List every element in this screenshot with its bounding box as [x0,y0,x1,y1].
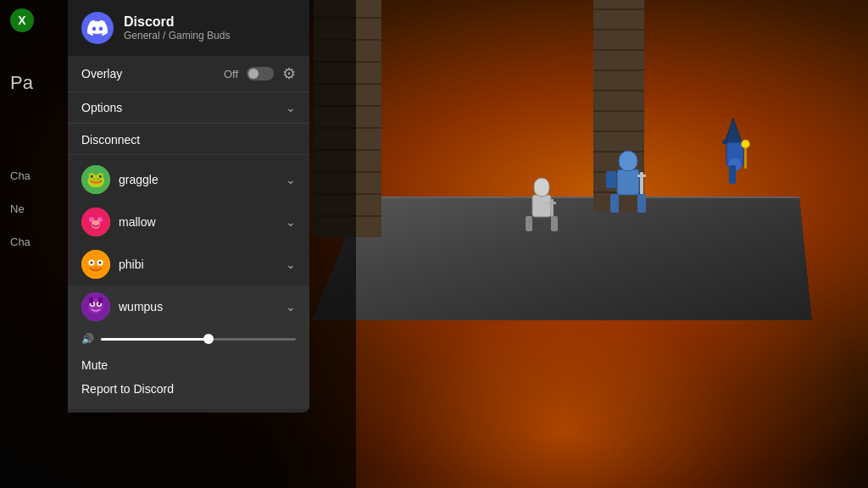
sidebar-item-cha1[interactable]: Cha [10,169,31,182]
sidebar-item-cha2[interactable]: Cha [10,236,31,248]
user-row-phibi[interactable]: phibi ⌄ [68,243,309,286]
overlay-row[interactable]: Overlay Off ⚙ [68,56,309,92]
overlay-controls: Off ⚙ [224,64,296,83]
user-list: 🐸 graggle ⌄ [68,155,309,413]
user-name-wumpus: wumpus [119,300,163,313]
user-name-graggle: graggle [119,173,159,186]
report-to-discord-button[interactable]: Report to Discord [81,377,296,401]
svg-rect-5 [551,216,558,231]
svg-rect-1 [534,178,549,197]
user-row-mallow[interactable]: mallow ⌄ [68,201,309,243]
disconnect-label: Disconnect [81,133,140,147]
avatar-wumpus-svg [81,292,110,321]
svg-rect-10 [606,171,616,188]
svg-rect-4 [526,216,532,231]
graggle-chevron-icon: ⌄ [286,173,296,186]
discord-header: Discord General / Gaming Buds [68,0,309,56]
user-row-left-graggle: 🐸 graggle [81,165,159,194]
avatar-wumpus [81,292,110,321]
discord-title: Discord [124,14,230,30]
user-row-wumpus[interactable]: wumpus ⌄ [68,286,309,328]
volume-slider[interactable] [101,338,296,341]
avatar-graggle-svg: 🐸 [81,165,110,194]
svg-rect-39 [98,297,103,303]
svg-text:🐸: 🐸 [86,170,106,189]
user-row-left-wumpus: wumpus [81,292,163,321]
avatar-mallow-svg [81,208,110,236]
svg-rect-38 [89,297,93,303]
volume-icon: 🔊 [81,333,94,345]
game-characters [475,85,831,322]
wumpus-chevron-icon: ⌄ [286,300,296,313]
discord-subtitle: General / Gaming Buds [124,30,230,42]
mallow-chevron-icon: ⌄ [286,215,296,229]
svg-rect-18 [744,147,747,169]
volume-thumb[interactable] [203,334,214,344]
avatar-phibi-svg [81,250,110,279]
svg-rect-12 [637,194,646,213]
user-section-wumpus: wumpus ⌄ 🔊 Mute Report to Discord [68,286,309,409]
avatar-phibi [81,250,110,279]
svg-point-19 [742,140,750,148]
svg-rect-0 [532,195,551,217]
svg-rect-6 [617,169,639,195]
svg-point-30 [99,262,102,264]
user-row-left-mallow: mallow [81,208,156,236]
svg-point-26 [81,250,110,279]
disconnect-row[interactable]: Disconnect [68,124,309,155]
overlay-label: Overlay [81,67,122,80]
svg-rect-17 [729,165,736,184]
svg-rect-3 [548,202,556,204]
overlay-status: Off [224,68,238,80]
svg-point-29 [91,262,93,264]
svg-rect-9 [637,175,646,177]
user-row-left-phibi: phibi [81,250,144,279]
mute-button[interactable]: Mute [81,353,296,377]
sidebar-item-ne[interactable]: Ne [10,202,31,215]
options-chevron-icon: ⌄ [286,101,296,114]
user-name-phibi: phibi [119,258,144,271]
wumpus-expanded: 🔊 Mute Report to Discord [68,328,309,409]
xbox-bar: X [10,8,34,32]
svg-marker-13 [725,119,742,142]
svg-point-31 [94,266,97,269]
user-row-graggle[interactable]: 🐸 graggle ⌄ [68,158,309,201]
overlay-toggle[interactable] [247,67,274,80]
avatar-mallow [81,208,110,236]
phibi-chevron-icon: ⌄ [286,258,296,271]
page-label: Pa [10,72,33,94]
svg-rect-11 [610,194,619,213]
avatar-graggle: 🐸 [81,165,110,194]
gear-icon[interactable]: ⚙ [282,64,296,83]
discord-logo-icon [81,12,114,44]
sidebar-nav: Cha Ne Cha [10,169,31,269]
discord-panel: Discord General / Gaming Buds Overlay Of… [68,0,309,413]
xbox-icon: X [10,8,34,32]
user-name-mallow: mallow [119,215,156,229]
discord-svg [87,18,108,38]
volume-fill [101,338,209,341]
volume-row: 🔊 [81,333,296,345]
options-label: Options [81,101,122,114]
svg-rect-7 [619,151,637,171]
discord-title-block: Discord General / Gaming Buds [124,14,230,42]
options-row[interactable]: Options ⌄ [68,92,309,124]
